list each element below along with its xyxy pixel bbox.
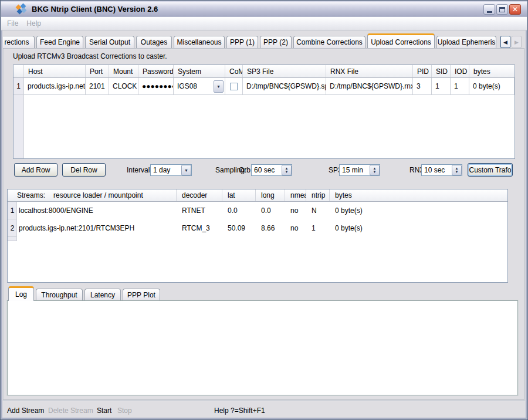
chevron-down-icon: ▼ [216, 84, 221, 89]
app-window: BKG Ntrip Client (BNC) Version 2.6 ✕ Fil… [0, 0, 528, 420]
mountpoint-header-label: resource loader / mountpoint [53, 191, 143, 199]
rnx-spinbox[interactable]: 10 sec ▲▼ [421, 164, 462, 176]
title-bar: BKG Ntrip Client (BNC) Version 2.6 [1, 1, 527, 17]
spin-down-icon: ▼ [373, 170, 377, 174]
interval-label: Interval [127, 166, 150, 174]
menu-bar: File Help [1, 17, 527, 31]
menu-file[interactable]: File [7, 19, 18, 28]
stream-row[interactable]: 2 products.igs-ip.net:2101/RTCM3EPH RTCM… [8, 219, 507, 237]
com-cell [225, 78, 243, 95]
iod-cell[interactable]: 1 [451, 78, 469, 95]
delete-stream-action[interactable]: Delete Stream [48, 407, 93, 415]
tab-scroll-left-button[interactable]: ◀ [500, 36, 510, 48]
chevron-down-icon: ▼ [184, 168, 188, 172]
system-value: IGS08 [177, 82, 197, 90]
column-header-corner [13, 65, 24, 77]
interval-dropdown-button[interactable]: ▼ [181, 165, 191, 175]
column-header-port: Port [86, 65, 109, 77]
pid-cell[interactable]: 3 [413, 78, 432, 95]
tab-upload-corrections[interactable]: Upload Corrections [367, 33, 435, 48]
mountpoint-cell: localhost:8000/ENGINE [17, 202, 177, 219]
del-row-button[interactable]: Del Row [62, 163, 106, 177]
sp3-spinbox[interactable]: 15 min ▲▼ [339, 164, 380, 176]
window-title: BKG Ntrip Client (BNC) Version 2.6 [32, 5, 158, 13]
start-action[interactable]: Start [97, 407, 111, 415]
tab-combine-corrections[interactable]: Combine Corrections [293, 36, 365, 48]
column-header-mount: Mount [109, 65, 138, 77]
password-cell[interactable]: ●●●●●●●● [138, 78, 174, 95]
streams-table-header: Streams: resource loader / mountpoint de… [8, 189, 507, 202]
column-header-long: long [256, 189, 285, 201]
streams-title: Streams: [17, 191, 45, 199]
tab-feed-engine[interactable]: Feed Engine [36, 36, 83, 48]
ntrip-cell: 1 [306, 219, 330, 237]
rnx-file-cell[interactable]: D:/tmp/BNC${GPSWD}.rnx [326, 78, 413, 95]
column-header-ntrip: ntrip [306, 189, 330, 201]
column-header-decoder: decoder [177, 189, 222, 201]
log-tab-bar: Log Throughput Latency PPP Plot [7, 286, 162, 300]
rnx-value: 10 sec [422, 166, 452, 174]
row-number: 1 [8, 202, 17, 219]
sp3-spin-buttons[interactable]: ▲▼ [370, 165, 380, 175]
row-number: 2 [8, 219, 17, 237]
sid-cell[interactable]: 1 [432, 78, 451, 95]
long-cell: 8.66 [256, 219, 285, 237]
column-header-bytes: bytes [469, 65, 515, 77]
column-header-host: Host [24, 65, 86, 77]
port-cell[interactable]: 2101 [86, 78, 109, 95]
orb-value: 60 sec [252, 166, 282, 174]
column-header-nmea: nmea [285, 189, 306, 201]
com-checkbox[interactable] [230, 83, 238, 90]
column-header-sid: SID [432, 65, 451, 77]
main-tab-bar: rections Feed Engine Serial Output Outag… [3, 33, 499, 48]
decoder-cell: RTCM_3 [177, 219, 222, 237]
tab-scroll-right-button[interactable]: ▶ [512, 36, 522, 48]
add-stream-action[interactable]: Add Stream [7, 407, 44, 415]
tab-ppp-plot[interactable]: PPP Plot [123, 289, 160, 300]
close-icon: ✕ [512, 5, 518, 13]
tab-outages[interactable]: Outages [136, 36, 172, 48]
tab-ppp-1[interactable]: PPP (1) [226, 36, 258, 48]
column-header-lat: lat [222, 189, 256, 201]
maximize-button[interactable] [496, 4, 508, 15]
interval-value: 1 day [151, 166, 181, 174]
tab-corrections[interactable]: rections [3, 36, 35, 48]
interval-select[interactable]: 1 day ▼ [150, 164, 192, 176]
minimize-button[interactable] [483, 4, 495, 15]
tab-ppp-2[interactable]: PPP (2) [260, 36, 292, 48]
orb-spin-buttons[interactable]: ▲▼ [282, 165, 292, 175]
close-button[interactable]: ✕ [509, 4, 521, 15]
tab-latency[interactable]: Latency [84, 289, 121, 300]
system-dropdown-button[interactable]: ▼ [214, 80, 224, 93]
custom-trafo-button[interactable]: Custom Trafo [468, 163, 513, 177]
tab-log[interactable]: Log [8, 286, 34, 301]
orb-spinbox[interactable]: 60 sec ▲▼ [251, 164, 292, 176]
spin-down-icon: ▼ [455, 170, 459, 174]
rnx-spin-buttons[interactable]: ▲▼ [452, 165, 462, 175]
tab-throughput[interactable]: Throughput [36, 289, 83, 300]
column-header-pid: PID [413, 65, 432, 77]
nmea-cell: no [285, 219, 306, 237]
maximize-icon [499, 7, 505, 12]
column-header-mountpoint: Streams: resource loader / mountpoint [8, 189, 177, 201]
tab-miscellaneous[interactable]: Miscellaneous [174, 36, 225, 48]
stop-action[interactable]: Stop [117, 407, 132, 415]
host-cell[interactable]: products.igs-ip.net [24, 78, 86, 95]
system-cell[interactable]: IGS08 ▼ [174, 78, 225, 95]
ntrip-cell: N [306, 202, 330, 219]
sp3-file-cell[interactable]: D:/tmp/BNC${GPSWD}.sp3 [243, 78, 326, 95]
column-header-password: Password [138, 65, 174, 77]
mount-cell[interactable]: CLOCK [109, 78, 138, 95]
tab-scroll-left-icon: ◀ [503, 39, 507, 45]
stream-row[interactable]: 1 localhost:8000/ENGINE RTNET 0.0 0.0 no… [8, 202, 507, 219]
menu-help[interactable]: Help [26, 19, 41, 28]
help-hint: Help ?=Shift+F1 [214, 407, 265, 415]
column-header-iod: IOD [451, 65, 469, 77]
orb-label: Orb [239, 166, 251, 174]
tab-upload-ephemeris[interactable]: Upload Ephemeris [436, 36, 496, 48]
tab-serial-output[interactable]: Serial Output [85, 36, 134, 48]
log-output [7, 300, 518, 395]
column-header-bytes: bytes [330, 189, 507, 201]
app-icon [16, 4, 27, 14]
add-row-button[interactable]: Add Row [14, 163, 57, 177]
